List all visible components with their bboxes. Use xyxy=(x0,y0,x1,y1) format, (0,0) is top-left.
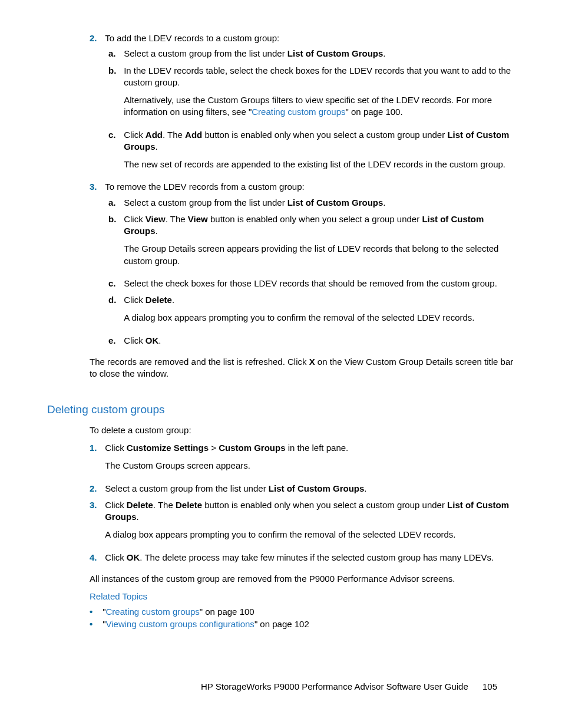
paragraph: Alternatively, use the Custom Groups fil… xyxy=(124,94,513,118)
step-text: To add the LDEV records to a custom grou… xyxy=(105,32,513,44)
substep-b: b. Click View. The View button is enable… xyxy=(108,213,515,273)
text: Select a custom group from the list unde… xyxy=(124,197,287,207)
text: button is enabled only when you select a… xyxy=(202,130,447,140)
text: button is enabled only when you select a… xyxy=(202,500,447,510)
substep-marker: e. xyxy=(108,335,121,347)
text: Click xyxy=(105,500,127,510)
step-body: Click OK. The delete process may take fe… xyxy=(105,552,513,564)
substep-marker: d. xyxy=(108,294,121,306)
closing-paragraph: All instances of the custom group are re… xyxy=(90,573,515,585)
paragraph: The new set of records are appended to t… xyxy=(124,159,513,170)
bold-text: X xyxy=(309,357,315,367)
substep-body: Click OK. xyxy=(124,335,513,347)
closing-paragraph: The records are removed and the list is … xyxy=(90,356,515,380)
text: . The xyxy=(163,130,185,140)
step-number: 4. xyxy=(90,552,103,564)
substep-body: Click Delete. A dialog box appears promp… xyxy=(124,294,513,330)
text: Select a custom group from the list unde… xyxy=(105,483,269,493)
bold-text: List of Custom Groups xyxy=(287,197,384,207)
bold-text: View xyxy=(146,214,166,224)
text: . xyxy=(383,197,385,207)
substep-b: b. In the LDEV records table, select the… xyxy=(108,65,515,124)
text: Click xyxy=(105,552,127,562)
text: . The delete process may take few minute… xyxy=(140,552,494,562)
step-4: 4. Click OK. The delete process may take… xyxy=(90,552,515,564)
text: " on page 100. xyxy=(346,107,403,117)
substep-marker: c. xyxy=(108,129,121,141)
step-text: To remove the LDEV records from a custom… xyxy=(105,181,513,193)
text: Click xyxy=(105,443,127,453)
text: Click xyxy=(124,295,146,305)
substep-marker: a. xyxy=(108,197,121,209)
substep-c: c. Select the check boxes for those LDEV… xyxy=(108,278,515,289)
text: . The xyxy=(153,500,176,510)
text: . xyxy=(156,141,158,151)
text: button is enabled only when you select a… xyxy=(208,214,422,224)
bold-text: Delete xyxy=(127,500,153,510)
text: . xyxy=(364,483,366,493)
paragraph: A dialog box appears prompting you to co… xyxy=(124,312,513,324)
bold-text: OK xyxy=(146,335,159,345)
substep-body: In the LDEV records table, select the ch… xyxy=(124,65,513,124)
related-topics-heading: Related Topics xyxy=(90,591,515,602)
link-creating-custom-groups[interactable]: Creating custom groups xyxy=(252,107,345,117)
substep-marker: c. xyxy=(108,278,121,289)
substep-d: d. Click Delete. A dialog box appears pr… xyxy=(108,294,515,330)
text: Click xyxy=(124,335,146,345)
substep-e: e. Click OK. xyxy=(108,335,515,347)
bold-text: Delete xyxy=(146,295,172,305)
step-number: 1. xyxy=(90,442,103,454)
step-2: 2. Select a custom group from the list u… xyxy=(90,483,515,495)
bold-text: Customize Settings xyxy=(127,443,209,453)
substep-body: Select a custom group from the list unde… xyxy=(124,48,513,60)
related-topic-item: "Creating custom groups" on page 100 xyxy=(90,606,515,618)
bold-text: List of Custom Groups xyxy=(287,48,384,58)
paragraph: The Custom Groups screen appears. xyxy=(105,460,513,472)
step-number: 3. xyxy=(90,181,103,193)
link-viewing-custom-groups[interactable]: Viewing custom groups configurations xyxy=(106,619,254,629)
related-topic-item: "Viewing custom groups configurations" o… xyxy=(90,618,515,630)
text: Click xyxy=(124,130,146,140)
bold-text: List of Custom Groups xyxy=(269,483,365,493)
substep-marker: b. xyxy=(108,213,121,225)
page-number: 105 xyxy=(482,681,497,691)
step-number: 3. xyxy=(90,499,103,511)
step-3: 3. Click Delete. The Delete button is en… xyxy=(90,499,515,547)
substep-marker: a. xyxy=(108,48,121,60)
text: . xyxy=(172,295,174,305)
related-topics-list: "Creating custom groups" on page 100 "Vi… xyxy=(90,606,515,630)
step-body: Select a custom group from the list unde… xyxy=(105,483,513,495)
bold-text: Add xyxy=(146,130,163,140)
text: Select a custom group from the list unde… xyxy=(124,48,287,58)
text: " on page 102 xyxy=(254,619,309,629)
text: in the left pane. xyxy=(285,443,348,453)
text: In the LDEV records table, select the ch… xyxy=(124,65,511,87)
paragraph: The Group Details screen appears providi… xyxy=(124,243,513,267)
step-number: 2. xyxy=(90,32,103,44)
text: " on page 100 xyxy=(200,607,254,617)
substep-c: c. Click Add. The Add button is enabled … xyxy=(108,129,515,177)
text: . The xyxy=(166,214,188,224)
link-creating-custom-groups[interactable]: Creating custom groups xyxy=(106,607,200,617)
substep-body: Click Add. The Add button is enabled onl… xyxy=(124,129,513,177)
page-footer: HP StorageWorks P9000 Performance Adviso… xyxy=(201,681,497,693)
text: . xyxy=(137,512,139,522)
text: . xyxy=(156,226,158,236)
bold-text: Delete xyxy=(176,500,202,510)
footer-title: HP StorageWorks P9000 Performance Adviso… xyxy=(201,681,468,691)
text: . xyxy=(383,48,385,58)
text: Click xyxy=(124,214,146,224)
bold-text: View xyxy=(188,214,208,224)
text: > xyxy=(209,443,219,453)
substep-body: Select a custom group from the list unde… xyxy=(124,197,513,209)
ordered-list-delete: 1. Click Customize Settings > Custom Gro… xyxy=(90,442,515,564)
substep-body: Select the check boxes for those LDEV re… xyxy=(124,278,513,289)
step-number: 2. xyxy=(90,483,103,495)
substep-a: a. Select a custom group from the list u… xyxy=(108,197,515,209)
text: . xyxy=(158,335,161,345)
substeps: a. Select a custom group from the list u… xyxy=(108,48,515,176)
intro-paragraph: To delete a custom group: xyxy=(90,424,515,436)
bold-text: Add xyxy=(185,130,202,140)
step-2: 2. To add the LDEV records to a custom g… xyxy=(90,32,515,176)
text: The records are removed and the list is … xyxy=(90,357,309,367)
